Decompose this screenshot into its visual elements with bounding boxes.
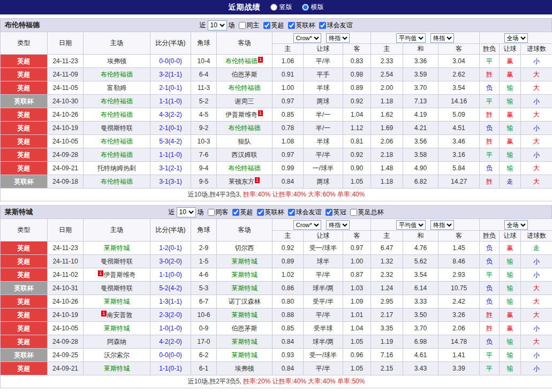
layout-option-horizontal[interactable]: 横版 xyxy=(302,3,324,12)
checkbox[interactable] xyxy=(288,209,295,216)
filter-checkbox-英超[interactable]: 英超 xyxy=(263,21,284,30)
avg-odds-value: 2.18 xyxy=(371,148,403,162)
goals-result: 小 xyxy=(521,122,552,135)
avg-odds-value: 3.56 xyxy=(403,135,438,148)
outcome-result: 负 xyxy=(480,162,500,175)
red-card-badge: 1 xyxy=(101,311,106,316)
match-date: 24-11-23 xyxy=(48,242,84,255)
checkbox[interactable] xyxy=(319,22,326,29)
match-score: 3-1(3-1) xyxy=(150,175,191,189)
top-title-bar: 近期战绩 竖版 横版 xyxy=(0,0,552,14)
outcome-result: 胜 xyxy=(480,108,500,122)
handicap-value: 平/半 xyxy=(304,55,343,68)
team-filter-bar: 莱斯特城 近 10 场 同客英超英联杯球会友谊英冠英足总杯 xyxy=(0,205,552,218)
match-score: 1-1(0-1) xyxy=(150,362,191,375)
match-date: 24-11-23 xyxy=(48,55,84,68)
team-cell: 莱斯特城 xyxy=(217,349,273,362)
col-odds-handicap: 让球 xyxy=(304,44,343,55)
odds-value: 0.91 xyxy=(273,68,304,81)
team-name-text: 莱斯特城 xyxy=(232,338,258,345)
league-badge: 英超 xyxy=(1,148,48,162)
odds-value: 0.84 xyxy=(273,335,304,349)
team-name-text: 莱斯特城 xyxy=(232,311,258,319)
avg-odds-value: 4.90 xyxy=(403,162,438,175)
team-name-text: 南安普敦 xyxy=(107,311,133,319)
checkbox[interactable] xyxy=(326,209,332,216)
horizontal-layout-radio[interactable] xyxy=(302,4,309,11)
corner-count: 4-5 xyxy=(191,108,217,122)
match-count-select[interactable]: 10 xyxy=(177,207,196,217)
odds-value: 1.04 xyxy=(343,322,371,335)
filter-checkbox-同主[interactable]: 同主 xyxy=(239,21,260,30)
avg-select[interactable]: 平均值 xyxy=(396,33,426,43)
col-date: 日期 xyxy=(48,219,84,242)
handicap-value: 受平/半 xyxy=(304,295,343,308)
team-name-text: 切尔西 xyxy=(235,244,254,252)
filter-checkbox-球会友谊[interactable]: 球会友谊 xyxy=(319,21,353,30)
checkbox[interactable] xyxy=(288,22,295,29)
period-select[interactable]: 全场 xyxy=(504,220,528,230)
checkbox[interactable] xyxy=(263,22,270,29)
bookmaker-select[interactable]: Crow* xyxy=(293,33,321,43)
away-team-section: 莱斯特城 近 10 场 同客英超英联杯球会友谊英冠英足总杯 类型 日期 主场 比… xyxy=(0,205,552,388)
filter-checkbox-英超[interactable]: 英超 xyxy=(232,208,253,217)
period-select[interactable]: 全场 xyxy=(504,33,528,43)
team-cell: 莱斯特城 xyxy=(84,295,150,308)
team-cell: 布伦特福德 xyxy=(84,68,150,81)
avg-stage-select[interactable]: 终指 xyxy=(430,220,454,230)
handicap-result: 赢 xyxy=(500,108,521,122)
league-badge: 英联杯 xyxy=(1,95,48,108)
odds-value: 0.98 xyxy=(343,68,371,81)
match-row: 英联杯24-10-30布伦特福德1-1(1-0)5-2谢周三0.97两球0.92… xyxy=(1,95,552,108)
odds-value: 0.92 xyxy=(343,148,371,162)
filter-checkbox-英足总杯[interactable]: 英足总杯 xyxy=(350,208,384,217)
odds-group-header: Crow* 终指 xyxy=(273,32,371,44)
avg-select[interactable]: 平均值 xyxy=(396,220,426,230)
odds-stage-select[interactable]: 终指 xyxy=(326,220,350,230)
odds-value: 1.05 xyxy=(343,362,371,375)
team-name-text: 埃弗顿 xyxy=(235,365,254,372)
checkbox[interactable] xyxy=(239,22,246,29)
handicap-result: 输 xyxy=(500,282,521,295)
avg-odds-value: 1.69 xyxy=(371,122,403,135)
filter-checkbox-英冠[interactable]: 英冠 xyxy=(326,208,346,217)
checkbox[interactable] xyxy=(350,209,357,216)
odds-value: 0.92 xyxy=(273,242,304,255)
filter-checkbox-英联杯[interactable]: 英联杯 xyxy=(288,21,315,30)
avg-odds-value: 7.16 xyxy=(371,349,403,362)
red-card-badge: 1 xyxy=(98,270,103,276)
match-date: 24-09-18 xyxy=(48,175,84,189)
match-row: 英联杯24-09-25沃尔索尔0-0(0-0)6-2莱斯特城0.93受一/球半0… xyxy=(1,349,552,362)
match-row: 英超24-11-10曼彻斯特联3-0(2-0)1-5莱斯特城0.89球半1.00… xyxy=(1,255,552,268)
odds-value: 0.86 xyxy=(273,282,304,295)
match-date: 24-10-30 xyxy=(48,95,84,108)
checkbox[interactable] xyxy=(257,209,264,216)
near-label: 近 xyxy=(200,21,206,30)
odds-value: 0.84 xyxy=(273,362,304,375)
outcome-result: 平 xyxy=(480,268,500,282)
goals-result: 走 xyxy=(521,242,552,255)
outcome-result: 平 xyxy=(480,95,500,108)
match-count-select[interactable]: 10 xyxy=(208,20,227,31)
col-odds-home: 主 xyxy=(273,231,304,242)
vertical-layout-radio[interactable] xyxy=(270,4,277,11)
avg-odds-value: 1.18 xyxy=(371,175,403,189)
handicap-value: 半/一 xyxy=(304,122,343,135)
layout-option-vertical[interactable]: 竖版 xyxy=(270,3,292,12)
team-name-text: 布伦特福德 xyxy=(101,138,133,145)
team-cell: 莱斯特城 xyxy=(217,282,273,295)
avg-odds-value: 3.70 xyxy=(403,322,438,335)
filter-checkbox-英联杯[interactable]: 英联杯 xyxy=(257,208,284,217)
odds-value: 0.87 xyxy=(343,268,371,282)
filter-checkbox-同客[interactable]: 同客 xyxy=(208,208,229,217)
filter-checkbox-球会友谊[interactable]: 球会友谊 xyxy=(288,208,322,217)
bookmaker-select[interactable]: Crow* xyxy=(293,220,321,230)
checkbox[interactable] xyxy=(208,209,215,216)
avg-odds-value: 1.18 xyxy=(371,95,403,108)
odds-stage-select[interactable]: 终指 xyxy=(326,33,350,43)
checkbox[interactable] xyxy=(232,209,239,216)
team-cell: 布伦特福德 xyxy=(84,148,150,162)
handicap-value: 平手 xyxy=(304,68,343,81)
avg-stage-select[interactable]: 终指 xyxy=(430,33,454,43)
team-cell: 莱斯特城 xyxy=(217,308,273,322)
